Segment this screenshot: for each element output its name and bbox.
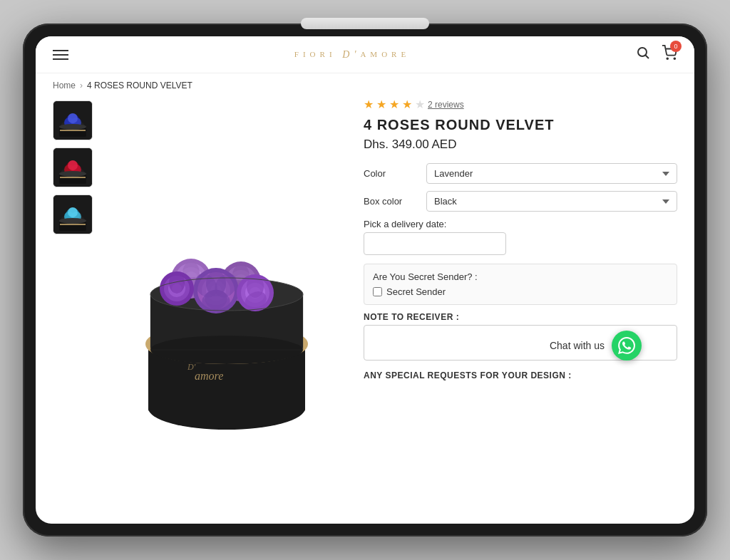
product-title: 4 ROSES ROUND VELVET [364,117,677,133]
secret-sender-title: Are You Secret Sender? : [373,271,668,282]
svg-point-29 [59,218,86,224]
star-1: ★ [364,98,374,111]
special-requests-label: ANY SPECIAL REQUESTS FOR YOUR DESIGN : [364,370,677,380]
apple-pencil [301,18,429,29]
cart-button[interactable]: 0 [662,45,677,64]
color-select[interactable]: Lavender Red Blue Pink White [426,163,677,184]
secret-sender-checkbox-row: Secret Sender [373,286,668,297]
cart-badge: 0 [670,41,682,52]
star-5: ★ [415,98,425,111]
color-label: Color [364,168,421,179]
breadcrumb-home[interactable]: Home [53,81,76,90]
svg-point-2 [667,58,668,59]
breadcrumb-separator: › [80,81,83,90]
secret-sender-checkbox[interactable] [373,287,382,296]
svg-point-3 [674,58,675,59]
tablet-screen: FIORI d'AMORE 0 [36,36,694,524]
box-color-label: Box color [364,196,421,207]
secret-sender-box: Are You Secret Sender? : Secret Sender [364,264,677,305]
star-3: ★ [389,98,399,111]
svg-point-9 [68,113,78,123]
breadcrumb: Home › 4 ROSES ROUND VELVET [36,73,694,98]
delivery-label: Pick a delivery date: [364,219,677,229]
svg-rect-21 [60,177,86,178]
header-icons: 0 [636,45,677,64]
svg-line-1 [645,56,649,59]
product-details: ★ ★ ★ ★ ★ 2 reviews 4 ROSES ROUND VELVET… [358,98,677,512]
thumbnail-1[interactable] [53,100,93,140]
site-logo: FIORI d'AMORE [294,47,410,62]
svg-text:amore: amore [195,370,223,382]
star-4: ★ [402,98,412,111]
svg-rect-30 [60,224,86,225]
note-container: Chat with us [364,325,677,370]
star-2: ★ [376,98,386,111]
product-price: Dhs. 349.00 AED [364,138,677,152]
svg-text:D': D' [187,362,196,372]
rating-row: ★ ★ ★ ★ ★ 2 reviews [364,98,677,111]
thumbnail-list [53,98,96,512]
note-label: NOTE TO RECEIVER : [364,312,677,322]
svg-point-27 [68,207,78,217]
product-area: amore D' [36,98,694,524]
box-color-select[interactable]: Black White Pink Burgundy [426,191,677,212]
product-svg: amore D' [123,173,330,437]
box-color-row: Box color Black White Pink Burgundy [364,191,677,212]
tablet-shell: FIORI d'AMORE 0 [23,24,707,536]
thumbnail-2[interactable] [53,147,93,187]
svg-rect-12 [60,130,86,131]
secret-sender-label[interactable]: Secret Sender [386,286,446,297]
svg-point-11 [59,124,86,130]
whatsapp-button[interactable] [612,331,642,361]
logo-text: FIORI d'AMORE [294,50,410,58]
delivery-date-input[interactable] [364,232,506,255]
header: FIORI d'AMORE 0 [36,36,694,73]
svg-point-20 [59,171,86,177]
delivery-section: Pick a delivery date: [364,219,677,264]
breadcrumb-current: 4 ROSES ROUND VELVET [87,81,192,90]
thumbnail-3[interactable] [53,195,93,234]
search-button[interactable] [636,46,650,63]
hamburger-menu[interactable] [53,50,68,60]
reviews-link[interactable]: 2 reviews [428,100,464,110]
main-product-image: amore D' [113,98,341,512]
color-row: Color Lavender Red Blue Pink White [364,163,677,184]
svg-point-0 [638,48,647,56]
svg-point-18 [68,160,78,170]
